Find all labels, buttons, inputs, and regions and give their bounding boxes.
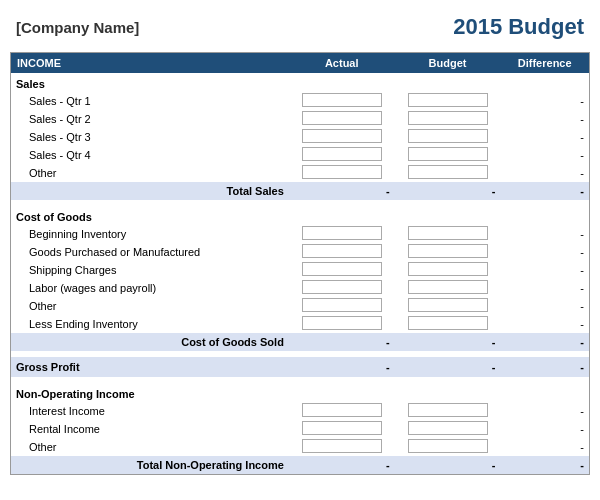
total-non-op-row: Total Non-Operating Income - - - bbox=[11, 456, 590, 475]
row-label: Sales - Qtr 1 bbox=[11, 92, 289, 110]
total-cog-budget: - bbox=[395, 333, 501, 351]
row-label: Other bbox=[11, 438, 289, 456]
table-row: Shipping Charges - bbox=[11, 261, 590, 279]
actual-input-ri[interactable] bbox=[302, 421, 382, 435]
row-label: Other bbox=[11, 164, 289, 182]
diff-bi: - bbox=[500, 225, 589, 243]
budget-input-s2[interactable] bbox=[408, 111, 488, 125]
actual-input-lw[interactable] bbox=[302, 280, 382, 294]
cog-section-header: Cost of Goods bbox=[11, 206, 590, 225]
budget-input-s3[interactable] bbox=[408, 129, 488, 143]
table-row: Goods Purchased or Manufactured - bbox=[11, 243, 590, 261]
table-row: Labor (wages and payroll) - bbox=[11, 279, 590, 297]
page-header: [Company Name] 2015 Budget bbox=[10, 10, 590, 44]
actual-input-gpm[interactable] bbox=[302, 244, 382, 258]
actual-input-bi[interactable] bbox=[302, 226, 382, 240]
row-label: Other bbox=[11, 297, 289, 315]
budget-input-ii[interactable] bbox=[408, 403, 488, 417]
gross-profit-row: Gross Profit - - - bbox=[11, 357, 590, 377]
diff-s1: - bbox=[500, 92, 589, 110]
total-non-op-diff: - bbox=[500, 456, 589, 475]
diff-lw: - bbox=[500, 279, 589, 297]
total-cog-row: Cost of Goods Sold - - - bbox=[11, 333, 590, 351]
budget-input-ri[interactable] bbox=[408, 421, 488, 435]
total-non-op-actual: - bbox=[289, 456, 395, 475]
diff-s3: - bbox=[500, 128, 589, 146]
diff-s4: - bbox=[500, 146, 589, 164]
diff-gpm: - bbox=[500, 243, 589, 261]
total-cog-label: Cost of Goods Sold bbox=[11, 333, 289, 351]
gross-profit-actual: - bbox=[289, 357, 395, 377]
table-row: Other - bbox=[11, 297, 590, 315]
row-label: Rental Income bbox=[11, 420, 289, 438]
actual-input-s4[interactable] bbox=[302, 147, 382, 161]
table-row: Less Ending Inventory - bbox=[11, 315, 590, 333]
gross-profit-diff: - bbox=[500, 357, 589, 377]
budget-input-s4[interactable] bbox=[408, 147, 488, 161]
row-label: Sales - Qtr 4 bbox=[11, 146, 289, 164]
table-row: Sales - Qtr 2 - bbox=[11, 110, 590, 128]
actual-input-ii[interactable] bbox=[302, 403, 382, 417]
actual-input-cogother[interactable] bbox=[302, 298, 382, 312]
diff-cogother: - bbox=[500, 297, 589, 315]
budget-title: 2015 Budget bbox=[453, 14, 584, 40]
row-label: Interest Income bbox=[11, 402, 289, 420]
budget-input-bi[interactable] bbox=[408, 226, 488, 240]
row-label: Sales - Qtr 2 bbox=[11, 110, 289, 128]
actual-input-sother[interactable] bbox=[302, 165, 382, 179]
row-label: Shipping Charges bbox=[11, 261, 289, 279]
total-non-op-budget: - bbox=[395, 456, 501, 475]
total-sales-row: Total Sales - - - bbox=[11, 182, 590, 200]
actual-header: Actual bbox=[289, 53, 395, 74]
diff-ri: - bbox=[500, 420, 589, 438]
table-header-row: INCOME Actual Budget Difference bbox=[11, 53, 590, 74]
actual-input-sc[interactable] bbox=[302, 262, 382, 276]
table-row: Other - bbox=[11, 164, 590, 182]
non-op-label: Non-Operating Income bbox=[11, 383, 289, 402]
budget-input-lei[interactable] bbox=[408, 316, 488, 330]
actual-input-s1[interactable] bbox=[302, 93, 382, 107]
gross-profit-budget: - bbox=[395, 357, 501, 377]
row-label: Beginning Inventory bbox=[11, 225, 289, 243]
actual-input-s2[interactable] bbox=[302, 111, 382, 125]
table-row: Rental Income - bbox=[11, 420, 590, 438]
total-cog-actual: - bbox=[289, 333, 395, 351]
row-label: Sales - Qtr 3 bbox=[11, 128, 289, 146]
sales-section-header: Sales bbox=[11, 73, 590, 92]
non-op-section-header: Non-Operating Income bbox=[11, 383, 590, 402]
actual-input-lei[interactable] bbox=[302, 316, 382, 330]
table-row: Other - bbox=[11, 438, 590, 456]
diff-lei: - bbox=[500, 315, 589, 333]
diff-ii: - bbox=[500, 402, 589, 420]
total-non-op-label: Total Non-Operating Income bbox=[11, 456, 289, 475]
total-sales-label: Total Sales bbox=[11, 182, 289, 200]
budget-input-sother[interactable] bbox=[408, 165, 488, 179]
budget-input-nother[interactable] bbox=[408, 439, 488, 453]
table-row: Sales - Qtr 3 - bbox=[11, 128, 590, 146]
row-label: Goods Purchased or Manufactured bbox=[11, 243, 289, 261]
budget-input-gpm[interactable] bbox=[408, 244, 488, 258]
company-name: [Company Name] bbox=[16, 19, 139, 36]
total-sales-diff: - bbox=[500, 182, 589, 200]
total-sales-actual: - bbox=[289, 182, 395, 200]
income-header: INCOME bbox=[11, 53, 289, 74]
row-label: Labor (wages and payroll) bbox=[11, 279, 289, 297]
table-row: Sales - Qtr 4 - bbox=[11, 146, 590, 164]
diff-sc: - bbox=[500, 261, 589, 279]
gross-profit-label: Gross Profit bbox=[11, 357, 289, 377]
budget-input-sc[interactable] bbox=[408, 262, 488, 276]
budget-input-cogother[interactable] bbox=[408, 298, 488, 312]
actual-input-nother[interactable] bbox=[302, 439, 382, 453]
difference-header: Difference bbox=[500, 53, 589, 74]
diff-nother: - bbox=[500, 438, 589, 456]
diff-sother: - bbox=[500, 164, 589, 182]
row-label: Less Ending Inventory bbox=[11, 315, 289, 333]
cog-label: Cost of Goods bbox=[11, 206, 289, 225]
sales-label: Sales bbox=[11, 73, 289, 92]
budget-input-lw[interactable] bbox=[408, 280, 488, 294]
budget-input-s1[interactable] bbox=[408, 93, 488, 107]
budget-header: Budget bbox=[395, 53, 501, 74]
table-row: Sales - Qtr 1 - bbox=[11, 92, 590, 110]
actual-input-s3[interactable] bbox=[302, 129, 382, 143]
diff-s2: - bbox=[500, 110, 589, 128]
